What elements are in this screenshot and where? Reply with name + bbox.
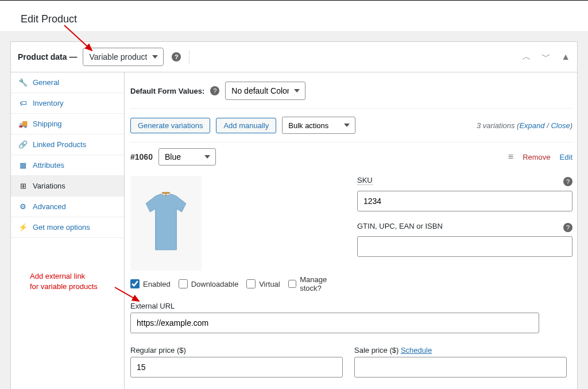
gtin-input[interactable]: [357, 236, 572, 257]
sidebar-item-label: Get more options: [33, 223, 90, 232]
main-content: Default Form Values: ? No default Color.…: [125, 72, 577, 389]
sidebar-item-advanced[interactable]: ⚙Advanced: [11, 197, 124, 217]
schedule-link[interactable]: Schedule: [401, 346, 432, 355]
bolt-icon: ⚡: [18, 223, 28, 232]
sidebar-item-label: Inventory: [33, 99, 63, 107]
sku-label: SKU: [357, 176, 373, 185]
variations-count: 3 variations (Expand / Close): [477, 121, 572, 130]
sidebar: 🔧General 🏷Inventory 🚚Shipping 🔗Linked Pr…: [11, 72, 125, 389]
default-color-select[interactable]: No default Color...: [225, 82, 305, 100]
bulk-actions-select[interactable]: Bulk actions: [282, 117, 355, 134]
annotation-text: Add external link for variable products: [30, 271, 98, 292]
truck-icon: 🚚: [18, 120, 28, 128]
remove-link[interactable]: Remove: [523, 153, 550, 161]
variations-icon: ⊞: [18, 182, 28, 190]
variation-color-select[interactable]: Blue: [158, 148, 216, 165]
sidebar-item-label: Attributes: [33, 161, 64, 170]
sidebar-item-shipping[interactable]: 🚚Shipping: [11, 114, 124, 134]
product-image[interactable]: [130, 176, 202, 271]
arrow-annotation-icon: [113, 285, 142, 305]
tag-icon: 🏷: [18, 99, 28, 107]
check-label: Enabled: [143, 280, 171, 288]
help-icon[interactable]: ?: [172, 52, 181, 61]
help-icon[interactable]: ?: [210, 86, 219, 95]
menu-icon[interactable]: ≡: [508, 152, 513, 162]
sidebar-item-label: Linked Products: [33, 140, 86, 149]
sidebar-item-attributes[interactable]: ▦Attributes: [11, 155, 124, 176]
help-icon[interactable]: ?: [563, 223, 572, 232]
sidebar-item-variations[interactable]: ⊞Variations: [11, 176, 124, 197]
svg-rect-0: [162, 192, 171, 194]
regular-price-label: Regular price ($): [130, 346, 343, 355]
gtin-label: GTIN, UPC, EAN or ISBN: [357, 222, 443, 230]
sidebar-item-linked[interactable]: 🔗Linked Products: [11, 134, 124, 155]
sidebar-item-label: Advanced: [33, 202, 66, 211]
link-icon: 🔗: [18, 140, 28, 149]
sidebar-item-general[interactable]: 🔧General: [11, 72, 124, 93]
regular-price-input[interactable]: [130, 357, 343, 378]
divider: [189, 50, 189, 64]
svg-line-2: [64, 25, 92, 51]
wrench-icon: 🔧: [18, 78, 28, 87]
check-label: Manage stock?: [300, 275, 346, 292]
default-form-label: Default Form Values:: [130, 87, 204, 95]
expand-link[interactable]: Expand: [519, 121, 544, 130]
arrow-annotation-icon: [62, 23, 96, 55]
sidebar-item-label: Shipping: [33, 120, 62, 128]
variation-id: #1060: [130, 152, 153, 161]
help-icon[interactable]: ?: [563, 177, 572, 186]
external-url-label: External URL: [130, 302, 572, 310]
sidebar-item-inventory[interactable]: 🏷Inventory: [11, 93, 124, 114]
collapse-icon[interactable]: ▲: [561, 52, 570, 62]
external-url-input[interactable]: [130, 313, 539, 333]
generate-variations-button[interactable]: Generate variations: [130, 118, 210, 133]
sidebar-item-label: Variations: [33, 182, 65, 190]
gear-icon: ⚙: [18, 202, 28, 211]
close-link[interactable]: Close: [551, 121, 570, 130]
chevron-down-icon[interactable]: ﹀: [541, 51, 551, 63]
sale-price-label: Sale price ($) Schedule: [354, 346, 567, 355]
check-label: Downloadable: [191, 280, 238, 288]
chevron-up-icon[interactable]: ︿: [522, 51, 531, 63]
svg-line-3: [115, 287, 139, 301]
virtual-checkbox[interactable]: Virtual: [246, 279, 280, 288]
product-data-panel: Product data — Variable product ? ︿ ﹀ ▲ …: [10, 41, 578, 389]
edit-link[interactable]: Edit: [560, 153, 572, 161]
sidebar-item-label: General: [33, 78, 59, 87]
sidebar-item-more[interactable]: ⚡Get more options: [11, 217, 124, 238]
downloadable-checkbox[interactable]: Downloadable: [179, 279, 238, 288]
sale-price-input[interactable]: [354, 357, 567, 378]
check-label: Virtual: [259, 280, 280, 288]
grid-icon: ▦: [18, 161, 28, 170]
add-manually-button[interactable]: Add manually: [216, 118, 276, 133]
manage-stock-checkbox[interactable]: Manage stock?: [288, 275, 346, 292]
sku-input[interactable]: [357, 191, 572, 211]
